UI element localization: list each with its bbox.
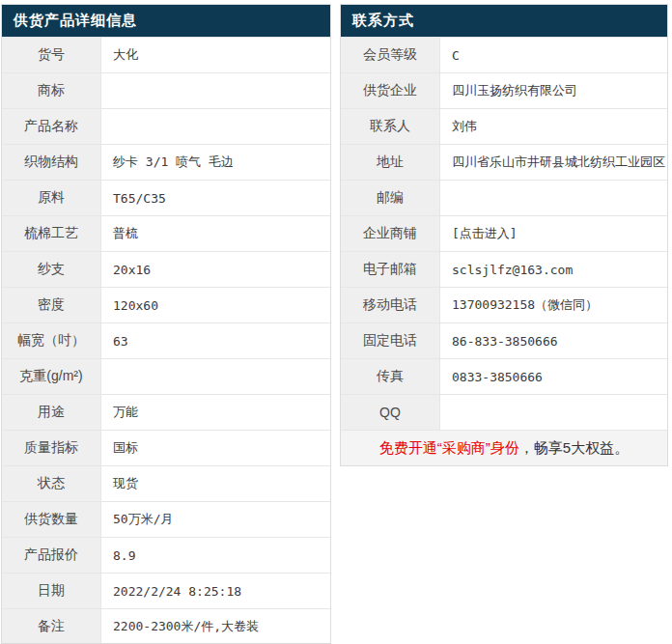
buyer-promo-normal-text: ，畅享5大权益。 xyxy=(519,439,629,458)
field-label: 原料 xyxy=(2,181,101,215)
shop-enter-link[interactable]: [点击进入] xyxy=(440,216,667,251)
field-label: 织物结构 xyxy=(2,145,101,180)
table-row: 商标 xyxy=(2,72,330,108)
field-value: 现货 xyxy=(101,466,330,501)
table-row: 产品报价 8.9 xyxy=(2,537,330,573)
table-row: 备注 2200-2300米/件,大卷装 xyxy=(2,608,330,644)
supplier-product-page: 供货产品详细信息 货号 大化 商标 产品名称 织物结构 纱卡 3/1 喷气 毛边… xyxy=(0,0,672,644)
field-value: 2200-2300米/件,大卷装 xyxy=(101,609,330,644)
field-value xyxy=(101,73,330,108)
table-row: 固定电话 86-833-3850666 xyxy=(341,322,667,358)
table-row: 日期 2022/2/24 8:25:18 xyxy=(2,573,330,608)
table-row: 梳棉工艺 普梳 xyxy=(2,215,330,251)
field-value xyxy=(440,181,667,215)
field-label: 会员等级 xyxy=(341,38,440,72)
product-info-table: 供货产品详细信息 货号 大化 商标 产品名称 织物结构 纱卡 3/1 喷气 毛边… xyxy=(1,4,331,644)
table-row: 移动电话 13700932158（微信同） xyxy=(341,287,667,322)
table-row: 货号 大化 xyxy=(2,37,330,72)
field-value: 国标 xyxy=(101,431,330,465)
field-value: 8.9 xyxy=(101,538,330,573)
field-label: 备注 xyxy=(2,609,101,644)
field-label: 密度 xyxy=(2,288,101,322)
table-row: 密度 120x60 xyxy=(2,287,330,322)
product-table-title: 供货产品详细信息 xyxy=(14,12,137,30)
field-value: 50万米/月 xyxy=(101,502,330,537)
table-row: 克重(g/m²) xyxy=(2,358,330,394)
table-row: 电子邮箱 sclsjlfz@163.com xyxy=(341,251,667,287)
field-value xyxy=(101,109,330,144)
field-label: 用途 xyxy=(2,395,101,430)
field-value: 四川玉扬纺织有限公司 xyxy=(440,73,667,108)
field-label: 产品报价 xyxy=(2,538,101,573)
table-row: 状态 现货 xyxy=(2,465,330,501)
field-value: 120x60 xyxy=(101,288,330,322)
product-table-header: 供货产品详细信息 xyxy=(2,5,330,37)
table-row: 供货企业 四川玉扬纺织有限公司 xyxy=(341,72,667,108)
field-label: 供货企业 xyxy=(341,73,440,108)
field-label: 纱支 xyxy=(2,252,101,287)
field-label: QQ xyxy=(341,395,440,430)
field-label: 邮编 xyxy=(341,181,440,215)
contact-table-header: 联系方式 xyxy=(341,5,667,37)
field-value: sclsjlfz@163.com xyxy=(440,252,667,287)
field-label: 固定电话 xyxy=(341,323,440,358)
table-row: 纱支 20x16 xyxy=(2,251,330,287)
table-row: 用途 万能 xyxy=(2,394,330,430)
field-label: 商标 xyxy=(2,73,101,108)
field-label: 产品名称 xyxy=(2,109,101,144)
field-label: 地址 xyxy=(341,145,440,180)
field-label: 供货数量 xyxy=(2,502,101,537)
field-label: 幅宽（吋） xyxy=(2,323,101,358)
field-label: 状态 xyxy=(2,466,101,501)
field-value: 63 xyxy=(101,323,330,358)
table-row: QQ xyxy=(341,394,667,430)
field-value: 纱卡 3/1 喷气 毛边 xyxy=(101,145,330,180)
field-value: C xyxy=(440,38,667,72)
field-label: 传真 xyxy=(341,359,440,394)
field-value: 万能 xyxy=(101,395,330,430)
product-table-rows: 货号 大化 商标 产品名称 织物结构 纱卡 3/1 喷气 毛边 原料 T65/C… xyxy=(2,37,330,644)
field-label: 质量指标 xyxy=(2,431,101,465)
table-row: 传真 0833-3850666 xyxy=(341,358,667,394)
table-row: 质量指标 国标 xyxy=(2,430,330,465)
table-row: 企业商铺 [点击进入] xyxy=(341,215,667,251)
field-value: 大化 xyxy=(101,38,330,72)
field-value: T65/C35 xyxy=(101,181,330,215)
table-row: 产品名称 xyxy=(2,108,330,144)
table-row: 织物结构 纱卡 3/1 喷气 毛边 xyxy=(2,144,330,180)
field-value: 0833-3850666 xyxy=(440,359,667,394)
field-label: 克重(g/m²) xyxy=(2,359,101,394)
buyer-promo-red-text: 免费开通“采购商”身份 xyxy=(379,439,519,458)
field-label: 移动电话 xyxy=(341,288,440,322)
field-value: 2022/2/24 8:25:18 xyxy=(101,574,330,608)
table-row: 联系人 刘伟 xyxy=(341,108,667,144)
contact-info-table: 联系方式 会员等级 C 供货企业 四川玉扬纺织有限公司 联系人 刘伟 地址 四川… xyxy=(340,4,668,466)
field-label: 企业商铺 xyxy=(341,216,440,251)
field-label: 电子邮箱 xyxy=(341,252,440,287)
field-label: 日期 xyxy=(2,574,101,608)
table-row: 原料 T65/C35 xyxy=(2,180,330,215)
field-value: 刘伟 xyxy=(440,109,667,144)
field-label: 联系人 xyxy=(341,109,440,144)
table-row: 会员等级 C xyxy=(341,37,667,72)
field-value xyxy=(440,395,667,430)
contact-table-rows: 会员等级 C 供货企业 四川玉扬纺织有限公司 联系人 刘伟 地址 四川省乐山市井… xyxy=(341,37,667,430)
contact-table-title: 联系方式 xyxy=(352,12,414,30)
table-row: 邮编 xyxy=(341,180,667,215)
table-row: 地址 四川省乐山市井研县城北纺织工业园区 xyxy=(341,144,667,180)
table-row: 幅宽（吋） 63 xyxy=(2,322,330,358)
field-value xyxy=(101,359,330,394)
table-row: 供货数量 50万米/月 xyxy=(2,501,330,537)
field-value: 13700932158（微信同） xyxy=(440,288,667,322)
buyer-promo-banner: 免费开通“采购商”身份，畅享5大权益。 xyxy=(341,430,667,465)
field-label: 货号 xyxy=(2,38,101,72)
field-value: 86-833-3850666 xyxy=(440,323,667,358)
field-value: 四川省乐山市井研县城北纺织工业园区 xyxy=(440,145,667,180)
field-label: 梳棉工艺 xyxy=(2,216,101,251)
field-value: 20x16 xyxy=(101,252,330,287)
field-value: 普梳 xyxy=(101,216,330,251)
